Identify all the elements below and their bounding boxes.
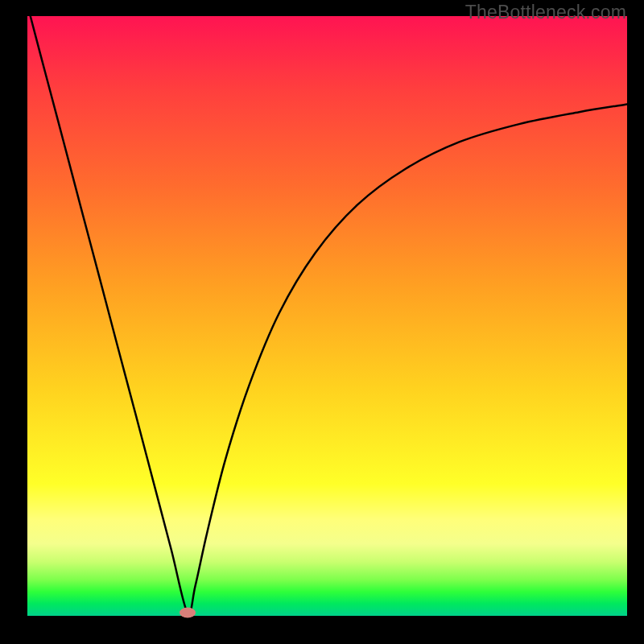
chart-frame: TheBottleneck.com [0, 0, 644, 644]
plot-area [27, 16, 627, 616]
curve-svg [27, 16, 627, 616]
optimum-marker [180, 608, 196, 618]
watermark-text: TheBottleneck.com [465, 2, 626, 23]
bottleneck-curve [31, 16, 627, 614]
